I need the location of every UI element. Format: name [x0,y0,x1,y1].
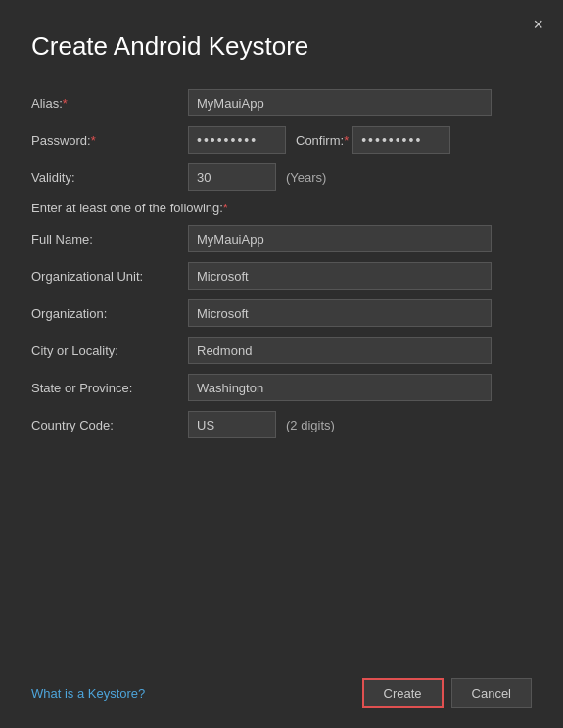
password-row: Password:* Confirm:* [31,126,532,154]
validity-row: Validity: (Years) [31,163,532,191]
fullname-row: Full Name: [31,225,532,252]
create-button[interactable]: Create [362,678,444,708]
city-label: City or Locality: [31,343,188,358]
state-row: State or Province: [31,374,532,401]
fullname-label: Full Name: [31,232,188,247]
state-label: State or Province: [31,381,188,395]
org-row: Organization: [31,299,532,327]
cancel-button[interactable]: Cancel [451,678,532,708]
country-input[interactable] [188,411,276,438]
city-input[interactable] [188,337,492,364]
confirm-label: Confirm:* [296,133,349,148]
password-label: Password:* [31,133,188,148]
confirm-group: Confirm:* [286,126,450,154]
password-required-star: * [91,133,96,148]
alias-label: Alias:* [31,96,188,111]
form-section: Alias:* Password:* Confirm:* Validity: (… [31,89,532,647]
alias-input[interactable] [188,89,492,116]
alias-row: Alias:* [31,89,532,116]
country-hint: (2 digits) [286,418,335,432]
section-required-star: * [223,201,228,215]
password-input[interactable] [188,126,286,154]
state-input[interactable] [188,374,492,401]
close-button[interactable]: × [529,12,547,37]
confirm-input[interactable] [352,126,450,154]
validity-label: Validity: [31,170,188,185]
org-input[interactable] [188,299,492,327]
dialog-title: Create Android Keystore [31,31,532,62]
city-row: City or Locality: [31,337,532,364]
validity-input[interactable] [188,163,276,191]
country-row: Country Code: (2 digits) [31,411,532,438]
section-note: Enter at least one of the following:* [31,201,532,215]
keystore-link[interactable]: What is a Keystore? [31,686,145,701]
alias-required-star: * [63,96,68,111]
org-unit-label: Organizational Unit: [31,269,188,284]
country-label: Country Code: [31,418,188,432]
footer: What is a Keystore? Create Cancel [31,666,532,708]
org-label: Organization: [31,306,188,321]
create-keystore-dialog: × Create Android Keystore Alias:* Passwo… [0,0,563,728]
footer-buttons: Create Cancel [362,678,533,708]
confirm-required-star: * [344,133,349,148]
org-unit-row: Organizational Unit: [31,262,532,290]
fullname-input[interactable] [188,225,492,252]
validity-hint: (Years) [286,170,326,185]
org-unit-input[interactable] [188,262,492,290]
